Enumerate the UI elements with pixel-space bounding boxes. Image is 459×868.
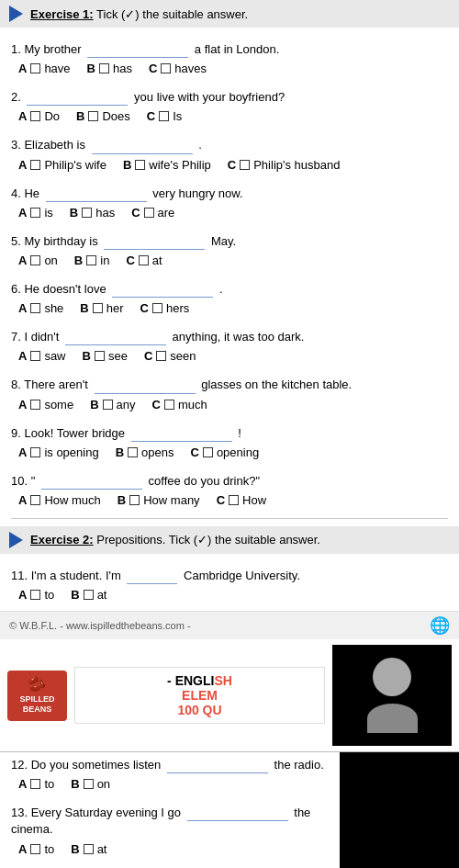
q12-checkbox-a[interactable] <box>30 779 40 789</box>
q6-checkbox-c[interactable] <box>152 303 162 313</box>
q3-checkbox-b[interactable] <box>135 160 145 170</box>
q5-checkbox-c[interactable] <box>139 255 149 265</box>
q6-answers: A she B her C hers <box>11 301 448 315</box>
footer-bar: © W.B.F.L. - www.ispilledthebeans.com - … <box>0 611 459 639</box>
q9-checkbox-c[interactable] <box>203 447 213 457</box>
black-side-box <box>340 752 459 868</box>
lower-questions: 12. Do you sometimes listen the radio. A… <box>0 752 340 868</box>
q4-checkbox-a[interactable] <box>30 208 40 218</box>
q11-opt-a[interactable]: A to <box>18 588 54 602</box>
q6-opt-a[interactable]: A she <box>18 301 63 315</box>
play-icon[interactable] <box>9 6 23 22</box>
q5-checkbox-a[interactable] <box>30 255 40 265</box>
q7-text: 7. I didn't anything, it was too dark. <box>11 328 448 345</box>
q11-checkbox-a[interactable] <box>30 590 40 600</box>
q2-opt-a[interactable]: A Do <box>18 109 60 123</box>
q2-opt-c[interactable]: C Is <box>147 109 183 123</box>
q5-checkbox-b[interactable] <box>86 255 96 265</box>
title-english: - ENGLISH <box>83 673 317 688</box>
q7-checkbox-a[interactable] <box>30 351 40 361</box>
exercise2-header: Exercise 2: Prepositions. Tick (✓) the s… <box>0 526 459 554</box>
q4-checkbox-c[interactable] <box>144 208 154 218</box>
q2-checkbox-a[interactable] <box>30 111 40 121</box>
q12-checkbox-b[interactable] <box>84 779 94 789</box>
q10-opt-b[interactable]: B How many <box>118 493 200 507</box>
q4-opt-a[interactable]: A is <box>18 206 53 220</box>
q8-opt-a[interactable]: A some <box>18 398 73 411</box>
q6-text: 6. He doesn't love . <box>11 280 448 298</box>
q9-opt-c[interactable]: C opening <box>190 445 259 459</box>
q11-text: 11. I'm a student. I'm Cambridge Univers… <box>11 567 448 584</box>
q7-checkbox-c[interactable] <box>156 351 166 361</box>
q4-checkbox-b[interactable] <box>82 208 92 218</box>
q3-checkbox-a[interactable] <box>30 160 40 170</box>
q6-checkbox-b[interactable] <box>93 303 103 313</box>
q9-opt-a[interactable]: A is opening <box>18 445 99 459</box>
q2-checkbox-b[interactable] <box>88 111 98 121</box>
q7-checkbox-b[interactable] <box>95 351 105 361</box>
q5-opt-a[interactable]: A on <box>18 254 58 267</box>
q13-checkbox-a[interactable] <box>30 844 40 854</box>
q9-opt-b[interactable]: B opens <box>116 445 174 459</box>
q3-checkbox-c[interactable] <box>240 160 250 170</box>
q1-checkbox-b[interactable] <box>99 63 109 73</box>
ex1-instruction: Tick (✓) the suitable answer. <box>96 7 248 21</box>
q12-opt-b[interactable]: B on <box>71 777 110 791</box>
q8-checkbox-b[interactable] <box>103 400 113 410</box>
q5-opt-b[interactable]: B in <box>74 254 110 267</box>
q12-answers: A to B on <box>11 777 329 791</box>
q1-checkbox-c[interactable] <box>161 63 171 73</box>
q6-opt-c[interactable]: C hers <box>140 301 190 315</box>
q10-opt-a[interactable]: A How much <box>18 493 101 507</box>
q5-opt-c[interactable]: C at <box>126 254 162 267</box>
q10-opt-c[interactable]: C How <box>217 493 266 507</box>
q1-opt-b[interactable]: B has <box>87 62 132 75</box>
q10-text: 10. " coffee do you drink?" <box>11 472 448 490</box>
q4-answers: A is B has C are <box>11 206 448 220</box>
q8-opt-c[interactable]: C much <box>152 398 207 411</box>
page2-header: 🫘 SPILLED BEANS - ENGLISH ELEM 100 QU <box>0 639 459 752</box>
q7-opt-b[interactable]: B see <box>83 349 128 363</box>
q2-checkbox-c[interactable] <box>159 111 169 121</box>
q9-text: 9. Look! Tower bridge ! <box>11 424 448 442</box>
globe-icon: 🌐 <box>430 615 450 636</box>
q8-opt-b[interactable]: B any <box>90 398 135 411</box>
q7-opt-c[interactable]: C seen <box>144 349 196 363</box>
q8-checkbox-a[interactable] <box>30 400 40 410</box>
q13-text: 13. Every Saturday evening I go the cine… <box>11 804 329 838</box>
q1-opt-a[interactable]: A have <box>18 62 71 75</box>
q7-opt-a[interactable]: A saw <box>18 349 66 363</box>
q11-opt-b[interactable]: B at <box>71 588 106 602</box>
q1-checkbox-a[interactable] <box>30 63 40 73</box>
q3-opt-b[interactable]: B wife's Philip <box>123 158 211 172</box>
q11-checkbox-b[interactable] <box>84 590 94 600</box>
play-icon-2[interactable] <box>9 532 23 548</box>
q13-checkbox-b[interactable] <box>84 844 94 854</box>
q11-answers: A to B at <box>11 588 448 602</box>
question-14: 14. My brother and I live a flat in the … <box>0 865 340 868</box>
q10-checkbox-a[interactable] <box>30 495 40 505</box>
q12-opt-a[interactable]: A to <box>18 777 54 791</box>
q9-checkbox-a[interactable] <box>30 447 40 457</box>
q2-opt-b[interactable]: B Does <box>76 109 130 123</box>
q8-checkbox-c[interactable] <box>164 400 174 410</box>
q10-checkbox-c[interactable] <box>229 495 239 505</box>
q3-opt-c[interactable]: C Philip's husband <box>228 158 341 172</box>
q13-answers: A to B at <box>11 842 329 856</box>
q5-blank <box>104 232 205 250</box>
q1-opt-c[interactable]: C haves <box>149 62 207 75</box>
exercise1-label: Exercise 1: Tick (✓) the suitable answer… <box>30 7 248 21</box>
q4-opt-b[interactable]: B has <box>70 206 115 220</box>
q1-blank <box>87 40 188 58</box>
q6-checkbox-a[interactable] <box>30 303 40 313</box>
q11-blank <box>127 567 177 584</box>
question-4: 4. He very hungry now. A is B has C are <box>0 181 459 223</box>
q13-opt-a[interactable]: A to <box>18 842 54 856</box>
q4-opt-c[interactable]: C are <box>131 206 174 220</box>
q3-text: 3. Elizabeth is . <box>11 136 448 153</box>
q6-opt-b[interactable]: B her <box>80 301 123 315</box>
q13-opt-b[interactable]: B at <box>71 842 106 856</box>
q10-checkbox-b[interactable] <box>129 495 140 505</box>
q9-checkbox-b[interactable] <box>128 447 138 457</box>
q3-opt-a[interactable]: A Philip's wife <box>18 158 106 172</box>
